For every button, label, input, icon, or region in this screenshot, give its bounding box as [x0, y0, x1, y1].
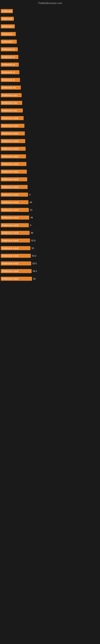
bar-container: Bottleneck result4 [1, 192, 99, 196]
bar-row: Bottleneck r [0, 38, 100, 45]
bar-container: Bottleneck resu [1, 101, 99, 105]
bar-container: Bottleneck result52 [1, 277, 99, 281]
bar-row: Bottleneck result4 [0, 191, 100, 198]
bar-row: Bottleneck result54.1 [0, 268, 100, 275]
bar-label: Bottleneck re [1, 78, 20, 82]
bar-row: Bottleneck result53.5 [0, 260, 100, 267]
bar-label: Bottleneck r [1, 32, 16, 36]
bar-container: Bottleneck resu [1, 93, 99, 97]
bar-container: Bottleneck re [1, 78, 99, 82]
bar-container: Bottleneck result53.2 [1, 254, 99, 258]
bar-label: Bottleneck resu [1, 93, 22, 97]
bar-row: Bottleneck result52 [0, 275, 100, 282]
bar-label: Bottleneck result [1, 269, 32, 273]
bar-container: Bottleneck r [1, 17, 99, 21]
bar-row: Bottleneck re [0, 61, 100, 68]
bar-value: 52.9 [31, 239, 35, 242]
bar-value: 53.5 [32, 262, 37, 265]
bar-label: Bottleneck re [1, 62, 19, 66]
bar-row: Bottleneck result [0, 153, 100, 160]
bar-container: Bottleneck re [1, 47, 99, 51]
bar-container: Bottleneck result44 [1, 200, 99, 204]
bar-container: Bottleneck result [1, 139, 99, 143]
bar-row: Bottleneck result53.2 [0, 252, 100, 260]
chart-area: BottleneckBottleneck rBottleneck rBottle… [0, 6, 100, 285]
bar-container: Bottleneck result4 [1, 223, 99, 227]
bar-label: Bottleneck result [1, 154, 26, 158]
bar-container: Bottleneck result50 [1, 231, 99, 235]
bar-row: Bottleneck result [0, 160, 100, 168]
bar-value: 52 [33, 278, 36, 280]
bar-container: Bottleneck result [1, 124, 99, 128]
site-title: TheBottlenecker.com [38, 2, 62, 5]
bar-label: Bottleneck result [1, 177, 27, 181]
bar-label: Bottleneck re [1, 55, 18, 59]
bar-label: Bottleneck result [1, 246, 30, 250]
bar-label: Bottleneck result [1, 231, 30, 235]
bar-label: Bottleneck resu [1, 108, 23, 112]
bar-label: Bottleneck result [1, 262, 31, 266]
bar-row: Bottleneck result [0, 138, 100, 145]
bar-container: Bottleneck result52. [1, 246, 99, 250]
bar-container: Bottleneck result [1, 132, 99, 136]
bar-row: Bottleneck result [0, 130, 100, 137]
header: TheBottlenecker.com [0, 0, 100, 6]
bar-container: Bottleneck re [1, 70, 99, 74]
bar-container: Bottleneck res [1, 86, 99, 90]
bar-row: Bottleneck resu [0, 99, 100, 106]
bar-container: Bottleneck result [1, 147, 99, 151]
bar-label: Bottleneck result [1, 185, 28, 189]
bar-row: Bottleneck result [0, 168, 100, 175]
bar-container: Bottleneck result52.9 [1, 238, 99, 242]
bar-container: Bottleneck result54.1 [1, 269, 99, 273]
bar-label: Bottleneck result [1, 192, 28, 196]
bar-row: Bottleneck result [0, 145, 100, 152]
bar-label: Bottleneck [1, 9, 13, 13]
bar-row: Bottleneck result49 [0, 214, 100, 221]
bar-value: 44 [30, 201, 32, 204]
bar-row: Bottleneck result [0, 122, 100, 130]
bar-container: Bottleneck r [1, 24, 99, 28]
bar-label: Bottleneck result [1, 254, 31, 258]
bar-row: Bottleneck r [0, 30, 100, 38]
bar-row: Bottleneck result44 [0, 199, 100, 206]
bar-value: 49 [30, 216, 33, 219]
bar-container: Bottleneck result [1, 185, 99, 189]
bar-label: Bottleneck res [1, 86, 21, 90]
bar-container: Bottleneck result49 [1, 216, 99, 220]
bar-container: Bottleneck result [1, 162, 99, 166]
bar-row: Bottleneck result [0, 183, 100, 190]
bar-label: Bottleneck r [1, 24, 15, 28]
bar-label: Bottleneck result [1, 277, 32, 281]
bar-container: Bottleneck r [1, 32, 99, 36]
bar-value: 53.2 [32, 254, 36, 257]
bar-container: Bottleneck result51 [1, 208, 99, 212]
bar-container: Bottleneck re [1, 55, 99, 59]
bar-value: 52. [32, 247, 35, 249]
bar-label: Bottleneck re [1, 70, 19, 74]
bar-row: Bottleneck [0, 8, 100, 15]
bar-row: Bottleneck r [0, 15, 100, 22]
bar-label: Bottleneck result [1, 208, 29, 212]
bar-label: Bottleneck result [1, 223, 29, 227]
bar-container: Bottleneck resu [1, 108, 99, 112]
bar-row: Bottleneck result [0, 176, 100, 183]
bar-value: 50 [31, 232, 33, 234]
bar-container: Bottleneck r [1, 40, 99, 44]
bar-row: Bottleneck re [0, 53, 100, 60]
bar-label: Bottleneck result [1, 216, 29, 220]
bar-label: Bottleneck re [1, 47, 18, 51]
bar-value: 54.1 [33, 270, 37, 272]
bar-label: Bottleneck result [1, 116, 24, 120]
bar-row: Bottleneck r [0, 23, 100, 30]
bar-value: 4 [30, 224, 31, 226]
bar-label: Bottleneck result [1, 132, 25, 136]
bar-container: Bottleneck result [1, 177, 99, 181]
bar-value: 4 [29, 194, 30, 196]
bar-row: Bottleneck re [0, 69, 100, 76]
bar-container: Bottleneck result [1, 116, 99, 120]
bar-label: Bottleneck result [1, 238, 30, 242]
bar-value: 51 [30, 209, 32, 211]
bar-row: Bottleneck result4 [0, 222, 100, 229]
bar-label: Bottleneck result [1, 170, 27, 174]
